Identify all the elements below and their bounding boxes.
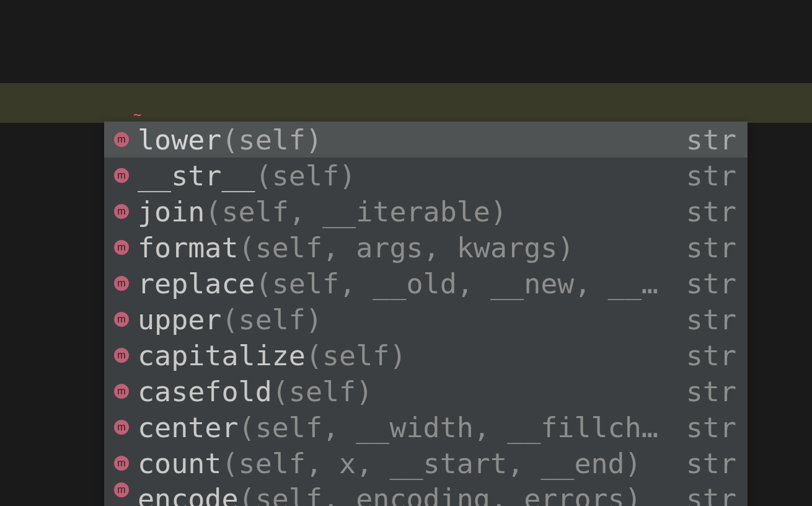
- autocomplete-popup[interactable]: mlower(self)strm__str__(self)strmjoin(se…: [104, 122, 748, 506]
- autocomplete-item-params: (self): [255, 159, 356, 192]
- autocomplete-item-params: (self): [272, 375, 373, 408]
- autocomplete-item-return-type: str: [686, 482, 736, 506]
- autocomplete-item-name: upper: [138, 303, 221, 336]
- autocomplete-item-label: lower(self): [138, 123, 671, 156]
- method-icon: m: [114, 420, 129, 435]
- autocomplete-item-params: (self): [306, 339, 407, 372]
- autocomplete-item-label: replace(self, __old, __new, __c…: [138, 267, 671, 300]
- method-icon: m: [114, 168, 129, 183]
- autocomplete-item-params: (self, args, kwargs): [239, 231, 575, 264]
- autocomplete-item[interactable]: mcenter(self, __width, __fillcha…str: [104, 409, 748, 445]
- method-icon: m: [114, 482, 129, 497]
- autocomplete-item-params: (self): [221, 123, 322, 156]
- method-icon: m: [114, 240, 129, 255]
- method-icon: m: [114, 132, 129, 147]
- autocomplete-item[interactable]: mcasefold(self)str: [104, 373, 748, 409]
- autocomplete-item[interactable]: m__str__(self)str: [104, 158, 748, 193]
- autocomplete-item-name: capitalize: [138, 339, 306, 372]
- method-icon: m: [114, 204, 129, 219]
- autocomplete-item-params: (self, x, __start, __end): [221, 447, 641, 480]
- autocomplete-item-label: center(self, __width, __fillcha…: [138, 411, 671, 444]
- autocomplete-item-return-type: str: [686, 267, 736, 300]
- autocomplete-item-params: (self, __iterable): [205, 195, 507, 228]
- autocomplete-item-params: (self, __old, __new, __c…: [255, 267, 671, 300]
- autocomplete-item-name: join: [138, 195, 205, 228]
- autocomplete-item-return-type: str: [686, 375, 736, 408]
- autocomplete-item[interactable]: mjoin(self, __iterable)str: [104, 193, 748, 229]
- autocomplete-item-return-type: str: [686, 303, 736, 336]
- autocomplete-item-return-type: str: [686, 411, 736, 444]
- method-icon: m: [114, 276, 129, 291]
- autocomplete-item-label: encode(self, encoding, errors): [138, 482, 671, 506]
- autocomplete-item[interactable]: mcount(self, x, __start, __end)str: [104, 445, 748, 481]
- autocomplete-item-label: join(self, __iterable): [138, 195, 671, 228]
- autocomplete-item-name: center: [138, 411, 239, 444]
- autocomplete-item-params: (self, encoding, errors): [239, 482, 642, 506]
- error-squiggle-icon: ~: [133, 108, 141, 122]
- autocomplete-item-label: casefold(self): [138, 375, 671, 408]
- autocomplete-item-return-type: str: [686, 339, 736, 372]
- autocomplete-item-params: (self): [221, 303, 322, 336]
- autocomplete-item-label: capitalize(self): [138, 339, 671, 372]
- autocomplete-item-label: __str__(self): [138, 159, 671, 192]
- autocomplete-item[interactable]: mencode(self, encoding, errors)str: [104, 481, 748, 506]
- autocomplete-item-return-type: str: [686, 447, 736, 480]
- autocomplete-item-label: upper(self): [138, 303, 671, 336]
- autocomplete-item-label: count(self, x, __start, __end): [138, 447, 671, 480]
- code-line-1[interactable]: text: str = something(): [0, 43, 812, 83]
- autocomplete-item-params: (self, __width, __fillcha…: [239, 411, 671, 444]
- autocomplete-item-name: lower: [138, 123, 221, 156]
- code-line-2[interactable]: text. ~: [0, 83, 812, 123]
- autocomplete-item[interactable]: mlower(self)str: [104, 122, 748, 158]
- method-icon: m: [114, 384, 129, 399]
- autocomplete-item[interactable]: mupper(self)str: [104, 301, 748, 337]
- autocomplete-item-name: replace: [138, 267, 255, 300]
- autocomplete-item[interactable]: mreplace(self, __old, __new, __c…str: [104, 265, 748, 301]
- code-editor[interactable]: text: str = something() text. ~: [0, 0, 812, 123]
- autocomplete-item-return-type: str: [686, 123, 736, 156]
- autocomplete-item-name: count: [138, 447, 221, 480]
- autocomplete-item-name: encode: [138, 482, 239, 506]
- autocomplete-item-return-type: str: [686, 231, 736, 264]
- method-icon: m: [114, 348, 129, 363]
- autocomplete-item[interactable]: mcapitalize(self)str: [104, 337, 748, 373]
- autocomplete-item[interactable]: mformat(self, args, kwargs)str: [104, 229, 748, 265]
- autocomplete-item-name: casefold: [138, 375, 272, 408]
- autocomplete-item-label: format(self, args, kwargs): [138, 231, 671, 264]
- autocomplete-item-name: format: [138, 231, 239, 264]
- autocomplete-item-return-type: str: [686, 159, 736, 192]
- autocomplete-item-name: __str__: [138, 159, 255, 192]
- autocomplete-item-return-type: str: [686, 195, 736, 228]
- method-icon: m: [114, 312, 129, 327]
- method-icon: m: [114, 456, 129, 471]
